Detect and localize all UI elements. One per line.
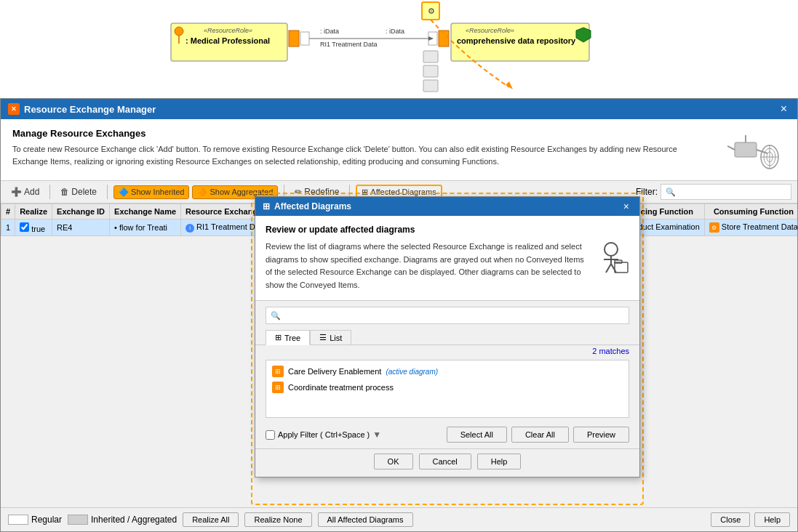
add-button[interactable]: ➕ Add bbox=[7, 185, 44, 199]
diagram-area: «ResourceRole» : Medical Professional «R… bbox=[0, 0, 798, 98]
svg-line-27 bbox=[727, 146, 735, 150]
list-tab-icon: ☰ bbox=[319, 333, 327, 342]
tree-tab-icon: ⊞ bbox=[275, 333, 282, 342]
rem-header: Manage Resource Exchanges To create new … bbox=[1, 119, 797, 181]
rem-header-image bbox=[727, 128, 786, 172]
affected-tabs: ⊞ Tree ☰ List bbox=[255, 327, 639, 345]
list-item[interactable]: ⊞ Coordinate treatment process bbox=[269, 379, 626, 395]
rem-close-button[interactable]: × bbox=[778, 103, 790, 115]
svg-rect-25 bbox=[735, 142, 757, 157]
show-aggregated-icon: 🔶 bbox=[197, 188, 207, 197]
preview-button[interactable]: Preview bbox=[573, 427, 629, 443]
col-header-exchange-name: Exchange Name bbox=[110, 204, 181, 219]
svg-text:comprehensive data repository: comprehensive data repository bbox=[457, 36, 576, 45]
redefine-icon: ✏ bbox=[295, 187, 302, 197]
cell-exchange-id: RE4 bbox=[52, 219, 110, 236]
legend-regular-color bbox=[8, 515, 28, 525]
add-icon: ➕ bbox=[11, 187, 22, 197]
rem-bottom-bar: Regular Inherited / Aggregated Realize A… bbox=[1, 507, 797, 531]
all-affected-button[interactable]: All Affected Diagrams bbox=[318, 512, 413, 527]
rem-close-btn[interactable]: Close bbox=[711, 512, 750, 527]
show-inherited-button[interactable]: 🔷 Show Inherited bbox=[113, 185, 189, 199]
rem-title-bar: ✕ Resource Exchange Manager × bbox=[1, 99, 797, 119]
filter-input[interactable] bbox=[661, 184, 791, 200]
diagram-icon-1: ⊞ bbox=[272, 366, 284, 377]
diagram-name-2: Coordinate treatment process bbox=[288, 383, 394, 392]
svg-text:: iData: : iData bbox=[386, 28, 404, 35]
delete-icon: 🗑 bbox=[60, 187, 69, 197]
affected-title-bar: ⊞ Affected Diagrams × bbox=[255, 197, 639, 216]
col-header-exchange-id: Exchange ID bbox=[52, 204, 110, 219]
affected-dialog-icon: ⊞ bbox=[263, 201, 270, 211]
legend-regular: Regular bbox=[8, 515, 62, 525]
select-all-button[interactable]: Select All bbox=[447, 427, 507, 443]
apply-filter-checkbox[interactable] bbox=[266, 430, 275, 440]
svg-rect-11 bbox=[300, 32, 309, 45]
svg-text:«ResourceRole»: «ResourceRole» bbox=[204, 27, 252, 34]
apply-filter-area: Apply Filter ( Ctrl+Space ) ▼ bbox=[266, 430, 441, 440]
realize-none-button[interactable]: Realize None bbox=[244, 512, 311, 527]
svg-rect-39 bbox=[615, 262, 628, 273]
tab-list[interactable]: ☰ List bbox=[310, 330, 351, 344]
separator-1 bbox=[49, 185, 50, 199]
affected-ok-btns: OK Cancel Help bbox=[255, 448, 639, 477]
svg-line-37 bbox=[606, 264, 611, 273]
apply-filter-checkbox-label: Apply Filter ( Ctrl+Space ) bbox=[266, 430, 370, 440]
col-header-consuming: Consuming Function bbox=[704, 204, 797, 219]
realize-all-button[interactable]: Realize All bbox=[183, 512, 239, 527]
svg-rect-24 bbox=[423, 80, 438, 92]
filter-funnel-icon: ▼ bbox=[372, 430, 381, 440]
diagram-badge-1: (active diagram) bbox=[386, 368, 438, 376]
legend-regular-label: Regular bbox=[31, 515, 62, 525]
realize-checkbox[interactable] bbox=[20, 222, 29, 232]
svg-rect-40 bbox=[615, 260, 622, 263]
affected-body: Review or update affected diagrams Revie… bbox=[255, 216, 639, 301]
affected-body-icon bbox=[593, 241, 629, 277]
affected-footer: Apply Filter ( Ctrl+Space ) ▼ Select All… bbox=[255, 421, 639, 448]
svg-rect-0 bbox=[0, 0, 798, 98]
cell-consuming: ⚙Store Treatment Data bbox=[704, 219, 797, 236]
ok-button[interactable]: OK bbox=[374, 454, 413, 469]
svg-text:«ResourceRole»: «ResourceRole» bbox=[466, 27, 514, 34]
svg-rect-23 bbox=[423, 65, 438, 77]
cell-realize: true bbox=[15, 219, 52, 236]
affected-bottom-btns: Select All Clear All Preview bbox=[447, 427, 629, 443]
affected-title-left: ⊞ Affected Diagrams bbox=[263, 201, 351, 211]
matches-count: 2 matches bbox=[255, 345, 639, 357]
diagram-name-1: Care Delivery Enablement bbox=[288, 367, 381, 376]
diagram-icon-2: ⊞ bbox=[272, 382, 284, 393]
affected-icon: ⊞ bbox=[362, 188, 368, 197]
affected-body-description: Review the list of diagrams where the se… bbox=[266, 241, 584, 291]
delete-button[interactable]: 🗑 Delete bbox=[56, 185, 101, 199]
svg-rect-22 bbox=[423, 51, 438, 63]
filter-label: Filter: bbox=[636, 187, 658, 197]
affected-dialog: ⊞ Affected Diagrams × Review or update a… bbox=[255, 196, 640, 477]
svg-point-34 bbox=[605, 243, 618, 256]
svg-point-4 bbox=[175, 27, 183, 36]
affected-body-title: Review or update affected diagrams bbox=[266, 225, 629, 235]
separator-2 bbox=[107, 185, 108, 199]
cell-num: 1 bbox=[1, 219, 15, 236]
legend-inherited: Inherited / Aggregated bbox=[68, 515, 177, 525]
help-button[interactable]: Help bbox=[477, 454, 522, 469]
svg-rect-10 bbox=[289, 31, 299, 47]
affected-body-content: Review the list of diagrams where the se… bbox=[266, 241, 629, 291]
affected-dialog-title: Affected Diagrams bbox=[274, 201, 351, 211]
rem-help-btn[interactable]: Help bbox=[754, 512, 790, 527]
affected-search-input[interactable] bbox=[266, 307, 629, 324]
affected-search-area bbox=[255, 301, 639, 327]
show-inherited-icon: 🔷 bbox=[119, 188, 129, 197]
list-item[interactable]: ⊞ Care Delivery Enablement (active diagr… bbox=[269, 363, 626, 379]
affected-close-button[interactable]: × bbox=[621, 201, 632, 212]
svg-text:RI1 Treatment Data: RI1 Treatment Data bbox=[320, 41, 378, 48]
tab-tree[interactable]: ⊞ Tree bbox=[266, 330, 310, 345]
rem-header-text: Manage Resource Exchanges To create new … bbox=[12, 128, 703, 167]
col-header-num: # bbox=[1, 204, 15, 219]
svg-text:⚙: ⚙ bbox=[428, 7, 435, 15]
legend-inherited-label: Inherited / Aggregated bbox=[91, 515, 177, 525]
filter-area: Filter: bbox=[636, 184, 791, 200]
clear-all-button[interactable]: Clear All bbox=[511, 427, 569, 443]
cell-exchange-name: • flow for Treati bbox=[110, 219, 181, 236]
svg-text:: iData: : iData bbox=[320, 28, 339, 35]
cancel-button[interactable]: Cancel bbox=[419, 454, 471, 469]
